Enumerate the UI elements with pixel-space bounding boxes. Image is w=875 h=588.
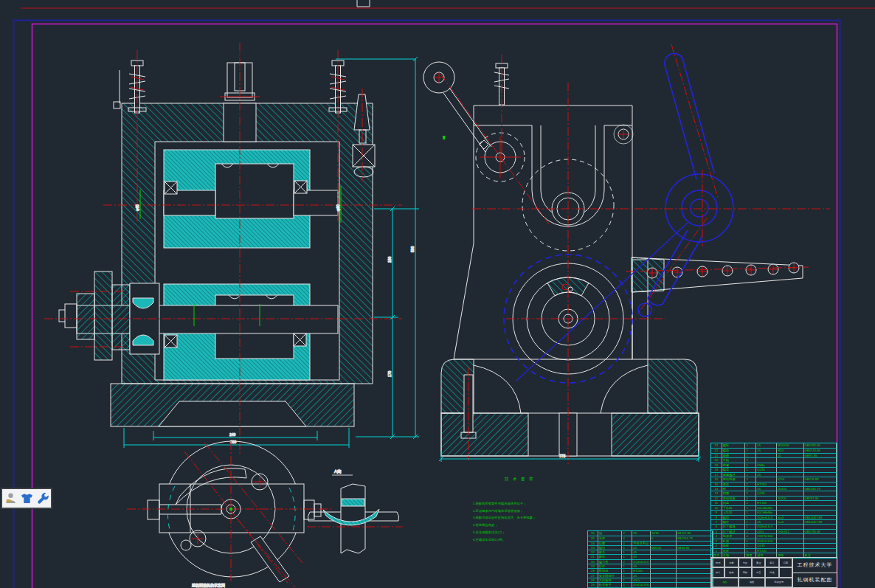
tshirt-icon[interactable] <box>21 492 33 505</box>
list-item: 旧底图号 <box>765 578 792 587</box>
dim-shaft-dia: φ65 <box>135 204 139 211</box>
side-view: 775 <box>423 44 830 466</box>
dim-roll-dia: φ90 <box>336 204 340 211</box>
dim-530: 530 <box>410 246 415 252</box>
list-item: 2.滚动轴承用汽油清洗后涂润滑脂； <box>473 508 536 515</box>
bom-table-secondary: 36销2355X30GB117-8635油杯46GB1154-7934毡圈4半粗… <box>587 530 713 588</box>
list-item: 批准 <box>765 567 778 577</box>
bom-table-main: 23螺栓145M10X40GB5782-8622螺母145M10GB6170-8… <box>710 443 837 558</box>
list-item: 日期 <box>779 558 792 567</box>
blue-linkage <box>504 54 733 383</box>
list-item: 5.未注明倒角均为C2； <box>473 529 536 536</box>
list-item: 工艺 <box>752 567 765 577</box>
list-item: 6.空载试车运转2小时。 <box>473 536 536 544</box>
list-item: 分区 <box>739 558 752 567</box>
technical-notes: 1.装配前所有零件用煤油清洗并吹干；2.滚动轴承用汽油清洗后涂润滑脂；3.装配后… <box>473 500 536 543</box>
detail-view-ratchet: 棘轮调整机构示意图 <box>127 441 333 588</box>
organization-name: 工程技术大学 <box>793 558 837 573</box>
list-item: 标记 <box>711 558 724 567</box>
section-label: A向 <box>334 469 342 474</box>
list-item: 1.装配前所有零件用煤油清洗并吹干； <box>473 500 536 508</box>
drawing-title: 轧钢机装配图 <box>793 573 837 588</box>
list-item: 处数 <box>724 558 738 567</box>
dim-150: 150 <box>387 256 392 263</box>
notes-title: 技 术 要 求 <box>505 477 535 482</box>
front-section-view: 240 330 150 170 530 φ90 φ65 <box>44 43 419 454</box>
list-item: 审核 <box>739 567 752 577</box>
title-block: 标记处数分区更改签名日期 设计校核审核工艺批准 描图描校旧底图号 工程技术大学 … <box>710 557 837 588</box>
cad-viewport: 240 330 150 170 530 φ90 φ65 <box>0 0 875 588</box>
title-block-grid: 标记处数分区更改签名日期 设计校核审核工艺批准 描图描校旧底图号 <box>711 558 792 587</box>
list-item: 签名 <box>765 558 778 567</box>
detail-label: 棘轮调整机构示意图 <box>192 583 225 588</box>
wrench-icon[interactable] <box>37 492 49 505</box>
list-item: 设计 <box>711 567 724 577</box>
list-item: 描校 <box>739 578 766 587</box>
list-item: 描图 <box>711 578 739 587</box>
reader-icon[interactable] <box>4 492 17 505</box>
list-item: 校核 <box>724 567 738 577</box>
dim-170: 170 <box>387 370 392 377</box>
list-item: 4.齿轮啮合良好； <box>473 522 536 529</box>
list-item: 更改 <box>752 558 765 567</box>
floating-toolbar <box>1 488 52 509</box>
dim-240: 240 <box>229 432 236 437</box>
dim-775: 775 <box>559 454 566 458</box>
list-item: 3.装配后各运动件应转动灵活、无卡滞现象； <box>473 514 536 522</box>
top-clip-mark <box>357 0 370 7</box>
list-item <box>779 567 792 577</box>
